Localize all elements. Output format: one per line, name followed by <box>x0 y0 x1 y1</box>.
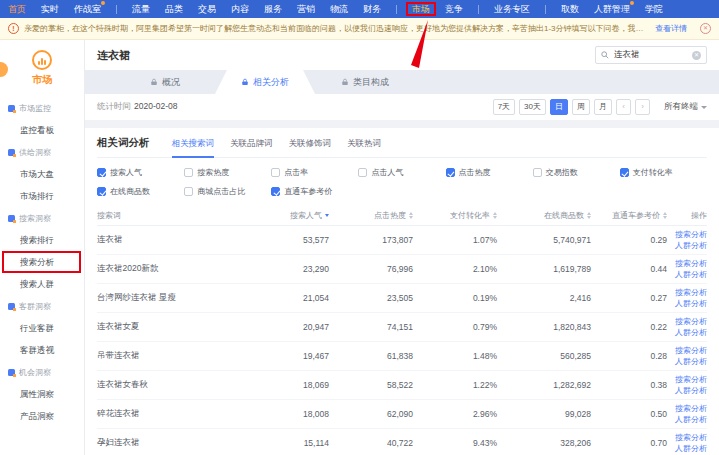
column-header-term: 搜索词 <box>97 210 247 221</box>
actions-cell: 搜索分析人群分析 <box>667 230 707 251</box>
nav-item-label: 作战室 <box>74 0 101 18</box>
tab-category-composition[interactable]: 类目构成 <box>315 70 415 94</box>
crowd-analysis-link[interactable]: 人群分析 <box>675 241 707 251</box>
pager-next[interactable]: › <box>635 99 650 115</box>
nav-item-logistics[interactable]: 物流 <box>330 0 348 18</box>
column-header-click-heat[interactable]: 点击热度 <box>329 210 413 221</box>
column-header-search-popularity[interactable]: 搜索人气 <box>247 210 329 221</box>
lock-icon <box>241 78 249 86</box>
crowd-analysis-link[interactable]: 人群分析 <box>675 444 707 454</box>
nav-item-content[interactable]: 内容 <box>231 0 249 18</box>
metric-cell: 19,467 <box>247 351 329 361</box>
nav-item-war-room[interactable]: 作战室 <box>74 0 101 18</box>
range-30d[interactable]: 30天 <box>519 99 546 115</box>
word-tab-related-brand-words[interactable]: 关联品牌词 <box>230 138 273 150</box>
metric-checkbox[interactable]: 在线商品数 <box>97 186 184 197</box>
nav-item-finance[interactable]: 财务 <box>363 0 381 18</box>
nav-item-market[interactable]: 市场 <box>406 2 436 16</box>
crowd-analysis-link[interactable]: 人群分析 <box>675 386 707 396</box>
pager-prev[interactable]: ‹ <box>616 99 631 115</box>
nav-item-crowd-mgmt[interactable]: 人群管理 <box>594 0 630 18</box>
metric-checkbox[interactable]: 交易指数 <box>533 167 620 178</box>
metric-checkbox[interactable]: 商城点击占比 <box>184 186 271 197</box>
metric-checkbox[interactable]: 点击热度 <box>446 167 533 178</box>
nav-item-realtime[interactable]: 实时 <box>41 0 59 18</box>
metric-cell: 99,028 <box>497 409 591 419</box>
column-header-ztc-ref-price[interactable]: 直通车参考价 <box>591 210 667 221</box>
terminal-dropdown[interactable]: 所有终端 <box>664 101 707 113</box>
metric-checkbox[interactable]: 点击率 <box>271 167 358 178</box>
crowd-analysis-link[interactable]: 人群分析 <box>675 270 707 280</box>
nav-divider <box>545 5 546 14</box>
sidebar-item-market-overview[interactable]: 市场大盘 <box>0 163 84 185</box>
section-gap <box>85 120 719 128</box>
range-7d[interactable]: 7天 <box>493 99 515 115</box>
table-header: 搜索词搜索人气点击热度支付转化率在线商品数直通车参考价操作 <box>97 205 707 226</box>
word-tab-related-search-words[interactable]: 相关搜索词 <box>172 138 215 150</box>
sidebar-item-search-ranking[interactable]: 搜索排行 <box>0 229 84 251</box>
tab-related-analysis[interactable]: 相关分析 <box>215 70 315 94</box>
crowd-analysis-link[interactable]: 人群分析 <box>675 415 707 425</box>
sidebar-item-search-crowd[interactable]: 搜索人群 <box>0 273 84 295</box>
sidebar-item-attribute-insight[interactable]: 属性洞察 <box>0 383 84 405</box>
crowd-analysis-link[interactable]: 人群分析 <box>675 299 707 309</box>
search-analysis-link[interactable]: 搜索分析 <box>675 375 707 385</box>
metric-cell: 0.44 <box>591 264 667 274</box>
nav-item-label: 内容 <box>231 0 249 18</box>
nav-item-flow[interactable]: 流量 <box>132 0 150 18</box>
group-icon <box>8 215 15 222</box>
crowd-analysis-link[interactable]: 人群分析 <box>675 328 707 338</box>
clear-search-icon[interactable]: ✕ <box>692 51 701 60</box>
metric-checkbox[interactable]: 搜索热度 <box>184 167 271 178</box>
search-analysis-link[interactable]: 搜索分析 <box>675 346 707 356</box>
tab-overview[interactable]: 概况 <box>115 70 215 94</box>
nav-item-business-zone[interactable]: 业务专区 <box>494 0 530 18</box>
metric-cell: 20,947 <box>247 322 329 332</box>
sidebar-group-header: 机会洞察 <box>0 361 84 383</box>
metric-checkbox[interactable]: 点击人气 <box>358 167 445 178</box>
crowd-analysis-link[interactable]: 人群分析 <box>675 357 707 367</box>
search-analysis-link[interactable]: 搜索分析 <box>675 433 707 443</box>
sidebar-item-industry-crowd[interactable]: 行业客群 <box>0 317 84 339</box>
metric-checkbox[interactable]: 直通车参考价 <box>271 186 358 197</box>
notice-detail-link[interactable]: 查看详情 <box>655 23 687 34</box>
metric-cell: 0.27 <box>591 293 667 303</box>
search-input[interactable] <box>612 49 689 61</box>
range-month[interactable]: 月 <box>594 99 612 115</box>
sidebar-item-product-insight[interactable]: 产品洞察 <box>0 405 84 427</box>
sidebar-item-market-ranking[interactable]: 市场排行 <box>0 185 84 207</box>
nav-item-academy[interactable]: 学院 <box>645 0 663 18</box>
column-header-online-products[interactable]: 在线商品数 <box>497 210 591 221</box>
search-analysis-link[interactable]: 搜索分析 <box>675 259 707 269</box>
lock-icon <box>341 78 349 86</box>
search-term-cell: 连衣裙女春秋 <box>97 379 247 391</box>
sidebar-item-search-analysis[interactable]: 搜索分析 <box>2 251 81 273</box>
word-tab-related-hot-words[interactable]: 关联热词 <box>347 138 381 150</box>
nav-item-compete[interactable]: 竞争 <box>445 0 463 18</box>
nav-item-service[interactable]: 服务 <box>264 0 282 18</box>
search-analysis-link[interactable]: 搜索分析 <box>675 317 707 327</box>
nav-item-marketing[interactable]: 营销 <box>297 0 315 18</box>
word-tab-related-modifier-words[interactable]: 关联修饰词 <box>289 138 332 150</box>
range-week[interactable]: 周 <box>572 99 590 115</box>
metric-cell: 0.22 <box>591 322 667 332</box>
table-row: 连衣裙2020新款23,29076,9962.10%1,619,7890.44搜… <box>97 255 707 284</box>
search-analysis-link[interactable]: 搜索分析 <box>675 404 707 414</box>
nav-item-category[interactable]: 品类 <box>165 0 183 18</box>
metric-checkbox[interactable]: 支付转化率 <box>620 167 707 178</box>
search-analysis-link[interactable]: 搜索分析 <box>675 230 707 240</box>
metric-checkbox[interactable]: 搜索人气 <box>97 167 184 178</box>
nav-item-data-fetch[interactable]: 取数 <box>561 0 579 18</box>
search-analysis-link[interactable]: 搜索分析 <box>675 288 707 298</box>
column-header-pay-conversion[interactable]: 支付转化率 <box>413 210 497 221</box>
actions-cell: 搜索分析人群分析 <box>667 288 707 309</box>
sidebar-item-monitor-board[interactable]: 监控看板 <box>0 119 84 141</box>
metric-cell: 0.70 <box>591 438 667 448</box>
nav-item-home[interactable]: 首页 <box>8 0 26 18</box>
range-day[interactable]: 日 <box>550 99 568 115</box>
nav-item-trade[interactable]: 交易 <box>198 0 216 18</box>
metric-cell: 2.10% <box>413 264 497 274</box>
close-icon[interactable]: ✕ <box>700 23 711 34</box>
sidebar-item-crowd-perspective[interactable]: 客群透视 <box>0 339 84 361</box>
metric-label: 点击热度 <box>459 167 491 178</box>
